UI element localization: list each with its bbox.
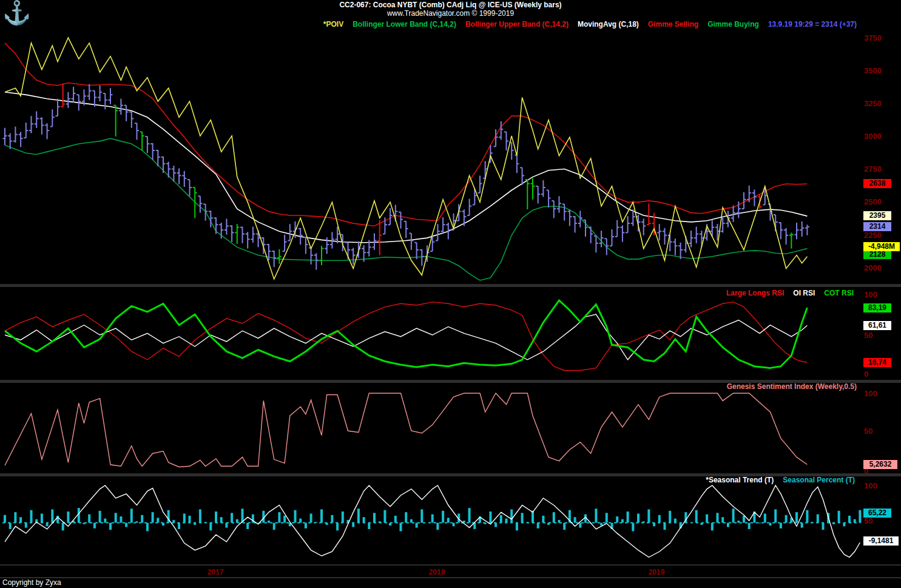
y-axis-tick: 50: [864, 331, 872, 340]
legend-large-longs-rsi: Large Longs RSI: [726, 289, 784, 297]
value-badge: 61,61: [863, 321, 891, 330]
y-axis-tick: 0: [864, 370, 868, 379]
y-axis-tick: 3500: [864, 66, 882, 75]
legend-seasonal-percent: Seasonal Percent (T): [783, 476, 855, 484]
oi-rsi-line: [5, 314, 807, 360]
seasonal-legend: *Seasonal Trend (T) Seasonal Percent (T): [706, 476, 855, 484]
legend-bb-upper: Bollinger Upper Band (C,14,2): [465, 20, 569, 29]
chart-title: CC2-067: Cocoa NYBT (Comb) CAdj Liq @ IC…: [0, 1, 901, 9]
x-axis-year-2018: 2018: [429, 568, 445, 576]
y-axis-tick: 2250: [864, 231, 882, 240]
large-longs-rsi-line: [5, 302, 807, 371]
value-badge: 83,19: [863, 303, 891, 313]
seasonal-percent-bars: [5, 508, 860, 531]
value-badge: 65,22: [863, 509, 891, 518]
panel-divider: [0, 284, 901, 287]
value-badge: -4,948M: [863, 242, 900, 251]
x-axis-year-2019: 2019: [649, 568, 665, 576]
site-credit: www.TradeNavigator.com © 1999-2019: [0, 9, 901, 18]
legend-gimme-selling: Gimme Selling: [648, 20, 698, 29]
y-axis-tick: 100: [864, 481, 877, 490]
main-legend: *POIV Bollinger Lower Band (C,14,2) Boll…: [323, 20, 857, 29]
y-axis-tick: 3250: [864, 99, 882, 108]
y-axis-tick: 100: [864, 389, 877, 398]
sentiment-legend: Genesis Sentiment Index (Weekly,0.5): [727, 382, 857, 391]
x-axis-year-2017: 2017: [208, 568, 224, 576]
footer-divider: [0, 577, 901, 578]
axis-divider: [0, 564, 901, 566]
legend-last-quote: 13.9.19 19:29 = 2314 (+37): [768, 20, 857, 29]
value-badge: 2395: [863, 211, 891, 220]
value-badge: 2314: [863, 222, 891, 231]
y-axis-tick: 3750: [864, 33, 882, 42]
y-axis-tick: 3000: [864, 132, 882, 141]
y-axis-tick: 50: [864, 516, 872, 525]
bb-lower-line: [5, 138, 807, 280]
price-bars: [3, 84, 809, 270]
value-badge: -9,1481: [863, 536, 899, 546]
legend-oi-rsi: OI RSI: [793, 289, 815, 297]
trade-navigator-window: ⚓ CC2-067: Cocoa NYBT (Comb) CAdj Liq @ …: [0, 0, 901, 588]
legend-seasonal-trend: *Seasonal Trend (T): [706, 476, 774, 484]
value-badge: 5,2632: [863, 460, 897, 469]
value-badge: 2638: [863, 179, 891, 188]
y-axis-tick: 50: [864, 427, 872, 436]
y-axis-tick: 2000: [864, 263, 882, 272]
legend-cot-rsi: COT RSI: [824, 289, 854, 297]
copyright-text: Copyright by Zyxa: [2, 578, 61, 587]
legend-sentiment-index: Genesis Sentiment Index (Weekly,0.5): [727, 382, 857, 391]
rsi-legend: Large Longs RSI OI RSI COT RSI: [726, 289, 854, 297]
legend-moving-avg: MovingAvg (C,18): [578, 20, 639, 29]
value-badge: 2128: [863, 250, 891, 259]
value-badge: 16,74: [863, 358, 891, 367]
y-axis-tick: 100: [864, 290, 877, 299]
legend-gimme-buying: Gimme Buying: [707, 20, 759, 29]
moving-avg-line: [5, 92, 807, 243]
legend-bb-lower: Bollinger Lower Band (C,14,2): [353, 20, 456, 29]
legend-poiv: *POIV: [323, 20, 343, 29]
y-axis-tick: 2500: [864, 197, 882, 206]
sentiment-line: [5, 393, 807, 467]
y-axis-tick: 2750: [864, 164, 882, 174]
